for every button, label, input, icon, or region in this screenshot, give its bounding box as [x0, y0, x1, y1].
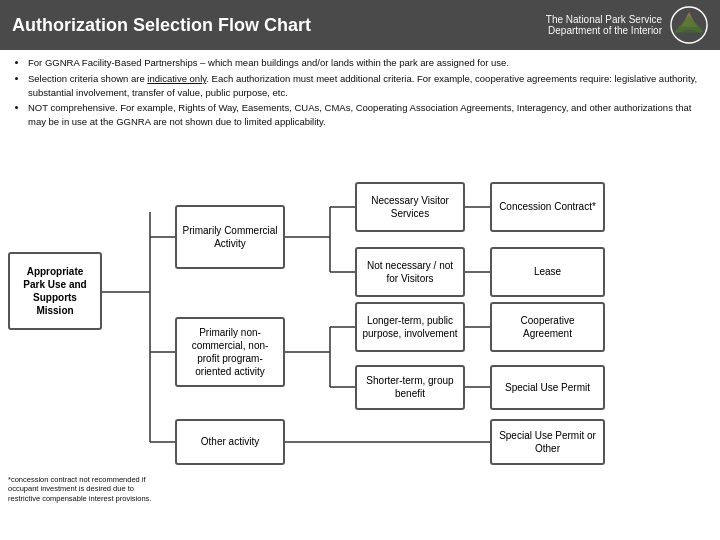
nps-logo-icon — [670, 6, 708, 44]
bullet-1: For GGNRA Facility-Based Partnerships – … — [28, 56, 706, 70]
header-right: The National Park Service Department of … — [546, 6, 708, 44]
other-activity-box: Other activity — [175, 419, 285, 465]
bullet-2: Selection criteria shown are indicative … — [28, 72, 706, 100]
longer-term-box: Longer-term, public purpose, involvement — [355, 302, 465, 352]
lease-box: Lease — [490, 247, 605, 297]
primarily-commercial-box: Primarily Commercial Activity — [175, 205, 285, 269]
necessary-visitor-box: Necessary Visitor Services — [355, 182, 465, 232]
bullet-list: For GGNRA Facility-Based Partnerships – … — [0, 50, 720, 137]
footnote: *concession contract not recommended if … — [8, 475, 158, 504]
special-use-box: Special Use Permit — [490, 365, 605, 410]
shorter-term-box: Shorter-term, group benefit — [355, 365, 465, 410]
flow-chart: Appropriate Park Use and Supports Missio… — [0, 137, 720, 512]
appropriate-park-box: Appropriate Park Use and Supports Missio… — [8, 252, 102, 330]
concession-box: Concession Contract* — [490, 182, 605, 232]
header: Authorization Selection Flow Chart The N… — [0, 0, 720, 50]
bullet-3: NOT comprehensive. For example, Rights o… — [28, 101, 706, 129]
special-use-other-box: Special Use Permit or Other — [490, 419, 605, 465]
cooperative-box: Cooperative Agreement — [490, 302, 605, 352]
page-title: Authorization Selection Flow Chart — [12, 15, 311, 36]
svg-point-3 — [680, 30, 699, 40]
primarily-nonprofit-box: Primarily non-commercial, non-profit pro… — [175, 317, 285, 387]
nps-text: The National Park Service Department of … — [546, 14, 662, 36]
not-necessary-box: Not necessary / not for Visitors — [355, 247, 465, 297]
